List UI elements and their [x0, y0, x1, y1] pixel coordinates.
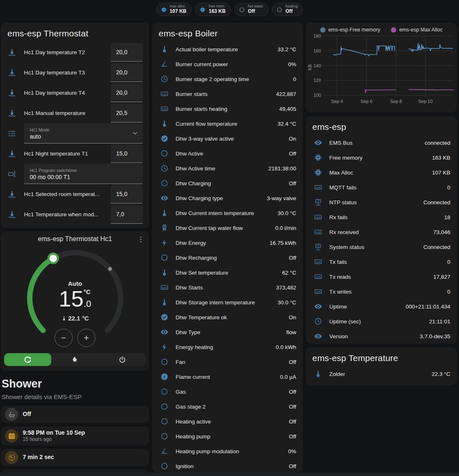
entity-row-hc1-manual-temperature[interactable]: Hc1 Manual temperature 20,5 — [7, 103, 143, 123]
sensor-row-version[interactable]: Version 3.7.0-dev.35 — [306, 329, 457, 344]
sensor-row-zolder[interactable]: Zolder 22.3 °C — [306, 366, 457, 381]
sensor-row-max-alloc[interactable]: Max Alloc 107 KB — [306, 165, 457, 180]
chip-free-mem[interactable]: free mem 163 KB — [195, 3, 231, 16]
sensor-label: Dhw Starts — [176, 285, 273, 291]
entity-row-hc1-night-temperature-t1[interactable]: Hc1 Night temperature T1 15,0 — [7, 144, 143, 163]
text-input[interactable]: Hc1 Program switchtime 00 mo 00:00 T1 — [24, 164, 143, 184]
entity-row-hc1-day-temperature-t3[interactable]: Hc1 Day temperature T3 20,0 — [7, 63, 143, 82]
sensor-row-dhw-3-way-valve-active[interactable]: Dhw 3-way valve active On — [152, 131, 303, 146]
sensor-label: Actual boiler temperature — [176, 46, 274, 53]
sensor-row-dhw-current-tap-water-flow[interactable]: Dhw Current tap water flow 0.0 l/min — [152, 220, 303, 235]
sensor-row-dhw-starts[interactable]: Dhw Starts 373,482 — [152, 280, 303, 295]
chip-max-alloc[interactable]: max alloc 107 KB — [156, 3, 192, 16]
sensor-row-ems-bus[interactable]: EMS Bus connected — [306, 135, 457, 150]
sensor-row-burner-starts[interactable]: Burner starts 422,887 — [152, 86, 303, 101]
temp-decrease-button[interactable] — [55, 329, 73, 347]
sensor-row-ntp-status[interactable]: NTP status Connected — [306, 195, 457, 210]
text-input-label: Hc1 Program switchtime — [30, 168, 138, 173]
sensor-value: 33.2 °C — [278, 46, 296, 53]
sensor-value: Off — [289, 419, 296, 425]
sensor-row-flame-current[interactable]: Flame current 0.0 µA — [152, 369, 303, 384]
sensor-row-dhw-charging-type[interactable]: Dhw Charging type 3-way valve — [152, 191, 303, 206]
sensor-row-dhw-set-temperature[interactable]: Dhw Set temperature 62 °C — [152, 265, 303, 280]
sensor-row-free-memory[interactable]: Free memory 163 KB — [306, 150, 457, 165]
sensor-row-tx-writes[interactable]: Tx writes 0 — [306, 284, 457, 299]
sensor-value: 2181:38:00 — [268, 165, 296, 172]
thermostat-hc1-card: ems-esp Thermostat Hc1 Auto 15 °C — [1, 231, 149, 371]
sensor-row-dhw-active[interactable]: Dhw Active Off — [152, 146, 303, 161]
sensor-row-heating-pump[interactable]: Heating pump Off — [152, 429, 303, 444]
sensor-row-uptime[interactable]: Uptime 000+21:11:01.434 — [306, 299, 457, 314]
number-input[interactable]: 20,0 — [111, 84, 143, 102]
boiler-sensor-rows: Actual boiler temperature 33.2 °C Burner… — [152, 42, 303, 473]
tile-secondary: 15 hours ago — [23, 436, 85, 443]
number-input[interactable]: 20,0 — [111, 63, 143, 82]
number-input[interactable]: 20,0 — [111, 43, 143, 62]
sensor-label: Flame current — [176, 374, 277, 380]
sensor-row-energy-heating[interactable]: Energy heating 0.0 kWh — [152, 340, 303, 354]
thermometer-icon — [160, 45, 169, 53]
sensor-row-rx-fails[interactable]: Rx fails 18 — [306, 210, 457, 225]
sensor-row-fan[interactable]: Fan Off — [152, 354, 303, 369]
hvac-mode-fire-button[interactable] — [51, 353, 98, 366]
chip-heating[interactable]: heating Off — [272, 3, 303, 16]
tile-av-timer[interactable]: 7 min 2 sec — [1, 449, 149, 466]
thermostat-dial[interactable]: Auto 15 °C .0 22.1 °C — [26, 249, 124, 350]
sensor-row-ignition[interactable]: Ignition Off — [152, 459, 303, 473]
sensor-label: Max Alloc — [329, 170, 429, 176]
sensor-row-dhw-active-time[interactable]: Dhw Active time 2181:38:00 — [152, 161, 303, 176]
sensor-row-dhw-current-intern-temperature[interactable]: Dhw Current intern temperature 30.0 °C — [152, 206, 303, 220]
mode-select[interactable]: Hc1 Mode auto — [24, 123, 143, 144]
sensor-row-dhw-recharging[interactable]: Dhw Recharging Off — [152, 250, 303, 265]
counter-icon — [160, 283, 169, 292]
tile-calendar[interactable]: 9:58 PM on Tue 10 Sep 15 hours ago — [1, 426, 149, 445]
sensor-row-heating-active[interactable]: Heating active Off — [152, 414, 303, 429]
number-input[interactable]: 7,0 — [111, 205, 143, 224]
sensor-row-gas-stage-2[interactable]: Gas stage 2 Off — [152, 399, 303, 414]
sensor-row-system-status[interactable]: System status Connected — [306, 239, 457, 254]
sensor-label: Burner current power — [176, 61, 285, 67]
chip-text: free mem 163 KB — [209, 5, 226, 14]
entity-row-hc1-selected-room-temperat[interactable]: Hc1 Selected room temperat... 15,0 — [7, 184, 143, 204]
sensor-label: Burner starts — [176, 91, 273, 97]
sensor-row-current-flow-temperature[interactable]: Current flow temperature 32.4 °C — [152, 116, 303, 131]
entity-row-hc1-temperature-when-mod[interactable]: Hc1 Temperature when mod... 7,0 — [7, 205, 143, 224]
legend-item-ems-esp-max-alloc[interactable]: ems-esp Max Alloc — [391, 27, 442, 33]
target-temp-fraction: .0 — [83, 299, 91, 309]
tile-primary: 7 min 2 sec — [23, 454, 54, 461]
hvac-mode-row — [4, 353, 146, 366]
sensor-row-heating-pump-modulation[interactable]: Heating pump modulation 0% — [152, 444, 303, 459]
sensor-row-burner-stage-2-operating-time[interactable]: Burner stage 2 operating time 0 — [152, 72, 303, 86]
number-input[interactable]: 20,5 — [111, 104, 143, 122]
sensor-row-dhw-type[interactable]: Dhw Type flow — [152, 325, 303, 340]
tile-bathtub[interactable]: Off — [1, 406, 149, 423]
hvac-mode-power-button[interactable] — [99, 353, 146, 366]
sensor-row-dhw-temperature-ok[interactable]: Dhw Temperature ok On — [152, 310, 303, 325]
sensor-row-dhw-charging[interactable]: Dhw Charging Off — [152, 176, 303, 191]
sensor-row-actual-boiler-temperature[interactable]: Actual boiler temperature 33.2 °C — [152, 42, 303, 57]
sensor-row-burner-starts-heating[interactable]: Burner starts heating 49,405 — [152, 101, 303, 116]
more-options-button[interactable] — [137, 235, 145, 244]
sensor-row-mqtt-fails[interactable]: MQTT fails 0 — [306, 180, 457, 195]
thermo-water-icon — [7, 68, 17, 77]
thermometer-icon — [160, 209, 169, 217]
sensor-row-gas[interactable]: Gas Off — [152, 384, 303, 399]
sensor-value: Off — [289, 433, 296, 440]
sensor-row-dhw-energy[interactable]: Dhw Energy 16.75 kWh — [152, 235, 303, 250]
sensor-row-burner-current-power[interactable]: Burner current power 0% — [152, 57, 303, 72]
sensor-row-uptime-sec[interactable]: Uptime (sec) 21:11:01 — [306, 314, 457, 329]
entity-row-hc1-day-temperature-t4[interactable]: Hc1 Day temperature T4 20,0 — [7, 83, 143, 103]
hvac-mode-auto-button[interactable] — [4, 353, 51, 366]
number-input[interactable]: 15,0 — [111, 185, 143, 203]
select-value: auto — [30, 133, 138, 140]
legend-item-ems-esp-free-memory[interactable]: ems-esp Free memory — [320, 27, 381, 33]
sensor-row-dhw-storage-intern-temperature[interactable]: Dhw Storage intern temperature 30.0 °C — [152, 295, 303, 310]
sensor-row-rx-received[interactable]: Rx received 73,046 — [306, 225, 457, 239]
sensor-row-tx-fails[interactable]: Tx fails 0 — [306, 254, 457, 269]
entity-row-hc1-day-temperature-t2[interactable]: Hc1 Day temperature T2 20,0 — [7, 43, 143, 62]
sensor-row-tx-reads[interactable]: Tx reads 17,827 — [306, 269, 457, 284]
temp-increase-button[interactable] — [77, 329, 95, 347]
chip-hot-water[interactable]: hot water Off — [234, 3, 269, 16]
number-input[interactable]: 15,0 — [111, 144, 143, 163]
fire-icon — [71, 356, 79, 364]
